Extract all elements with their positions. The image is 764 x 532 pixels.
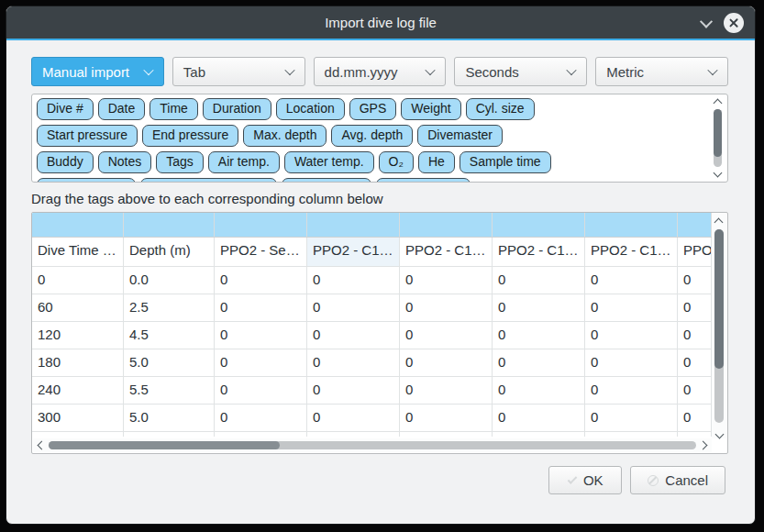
tag-sample-cns[interactable]: Sample CNS: [376, 178, 471, 182]
tag-drop-cell[interactable]: [307, 213, 400, 237]
tag-o[interactable]: O₂: [379, 151, 414, 173]
column-header-ppo2-c1[interactable]: PPO2 - C1…: [585, 238, 678, 266]
tag-sample-po[interactable]: Sample pO₂: [282, 178, 371, 182]
dialog-button-row: OK Cancel: [31, 466, 728, 494]
window-close-button[interactable]: [724, 13, 744, 33]
table-row[interactable]: 00.0000000: [32, 266, 712, 294]
table-cell: 0: [678, 405, 712, 431]
titlebar[interactable]: Import dive log file: [6, 6, 755, 40]
scroll-up-icon[interactable]: [714, 218, 724, 227]
tag-notes[interactable]: Notes: [98, 151, 152, 173]
scrollbar-thumb[interactable]: [49, 441, 280, 449]
tag-drop-cell[interactable]: [678, 213, 712, 237]
column-header-ppo2[interactable]: PPO2: [678, 238, 712, 266]
tag-drop-cell[interactable]: [493, 213, 585, 237]
table-cell: 0: [400, 267, 493, 294]
tag-date[interactable]: Date: [98, 98, 146, 120]
scroll-up-icon[interactable]: [714, 99, 723, 108]
tag-start-pressure[interactable]: Start pressure: [37, 125, 138, 147]
tag-end-pressure[interactable]: End pressure: [142, 125, 238, 147]
column-header-ppo2-c1[interactable]: PPO2 - C1…: [493, 238, 585, 266]
window-shade-chevron-down-icon[interactable]: [700, 15, 713, 28]
tag-time[interactable]: Time: [149, 98, 198, 120]
table-cell: [124, 432, 215, 437]
tag-divemaster[interactable]: Divemaster: [417, 125, 503, 147]
tag-location[interactable]: Location: [276, 98, 345, 120]
table-row[interactable]: 602.5000000: [32, 294, 712, 321]
table-cell: 0: [493, 294, 585, 321]
column-header-ppo2-c1[interactable]: PPO2 - C1…: [400, 238, 493, 266]
tag-dive[interactable]: Dive #: [37, 98, 94, 120]
column-header-depth-m[interactable]: Depth (m): [124, 238, 215, 266]
column-header-ppo2-se[interactable]: PPO2 - Se…: [215, 238, 307, 266]
table-cell: [585, 432, 678, 437]
scroll-right-icon[interactable]: [699, 441, 708, 450]
tag-drop-cell[interactable]: [32, 213, 124, 237]
duration-format-combo[interactable]: Seconds: [454, 57, 587, 86]
combo-value: Manual import: [42, 64, 129, 80]
scrollbar-thumb[interactable]: [714, 109, 722, 157]
tag-drop-cell[interactable]: [585, 213, 678, 237]
chevron-down-icon: [426, 65, 436, 75]
tag-drop-row[interactable]: [32, 213, 712, 238]
tag-air-temp[interactable]: Air temp.: [208, 151, 280, 173]
table-cell: 0: [493, 405, 585, 431]
table-cell: 0: [585, 294, 678, 321]
field-separator-combo[interactable]: Tab: [172, 57, 305, 86]
cancel-button-label: Cancel: [665, 472, 708, 488]
import-source-combo[interactable]: Manual import: [31, 57, 164, 86]
tag-water-temp[interactable]: Water temp.: [284, 151, 374, 173]
tag-sample-depth[interactable]: Sample depth: [37, 178, 136, 182]
scroll-left-icon[interactable]: [38, 441, 47, 450]
table-cell: 0: [215, 377, 307, 404]
tag-sample-temperature[interactable]: Sample temperature: [140, 178, 277, 182]
table-row[interactable]: 1805.0000000: [32, 349, 712, 376]
tags-vertical-scrollbar[interactable]: [711, 95, 725, 181]
tag-avg-depth[interactable]: Avg. depth: [331, 125, 413, 147]
tag-sample-time[interactable]: Sample time: [460, 151, 551, 173]
tag-duration[interactable]: Duration: [203, 98, 271, 120]
tag-max-depth[interactable]: Max. depth: [243, 125, 327, 147]
units-combo[interactable]: Metric: [595, 57, 728, 86]
table-cell: 0: [307, 322, 400, 349]
ok-button[interactable]: OK: [548, 466, 622, 494]
table-vertical-scrollbar[interactable]: [712, 214, 726, 438]
date-format-combo[interactable]: dd.mm.yyyy: [314, 57, 447, 86]
table-cell: [678, 432, 712, 437]
tag-gps[interactable]: GPS: [349, 98, 397, 120]
combo-value: dd.mm.yyyy: [325, 64, 398, 80]
table-row[interactable]: 1204.5000000: [32, 321, 712, 349]
scrollbar-thumb[interactable]: [714, 229, 724, 369]
cancel-button[interactable]: Cancel: [630, 466, 725, 494]
table-cell: 0: [400, 349, 493, 376]
tag-row: Sample depthSample temperatureSample pO₂…: [37, 178, 709, 182]
chevron-down-icon: [707, 65, 717, 75]
table-cell: 0: [678, 377, 712, 404]
column-header-dive-time[interactable]: Dive Time …: [32, 238, 124, 266]
tag-he[interactable]: He: [418, 151, 455, 173]
tag-drop-cell[interactable]: [215, 213, 307, 237]
tag-cyl-size[interactable]: Cyl. size: [466, 98, 535, 120]
column-header-ppo2-c1[interactable]: PPO2 - C1…: [307, 238, 400, 266]
table-cell: 0: [678, 322, 712, 349]
table-main: Dive Time …Depth (m)PPO2 - Se…PPO2 - C1……: [32, 213, 712, 439]
table-cell: 0: [585, 349, 678, 376]
table-cell: [493, 432, 585, 437]
table-body: 00.0000000602.50000001204.50000001805.00…: [32, 266, 712, 431]
tag-tags[interactable]: Tags: [156, 151, 204, 173]
tag-drop-cell[interactable]: [124, 213, 215, 237]
table-cell: 0: [400, 405, 493, 431]
table-row[interactable]: 3005.0000000: [32, 404, 712, 431]
table-cell: 0: [400, 294, 493, 321]
table-row[interactable]: 2405.5000000: [32, 376, 712, 404]
scroll-down-icon[interactable]: [714, 169, 723, 178]
tag-drop-cell[interactable]: [400, 213, 493, 237]
table-horizontal-scrollbar[interactable]: [33, 438, 712, 452]
tag-weight[interactable]: Weight: [401, 98, 460, 120]
tag-buddy[interactable]: Buddy: [37, 151, 94, 173]
table-cell: [400, 432, 493, 437]
table-cell: 0: [307, 377, 400, 404]
import-dive-log-dialog: Import dive log file Manual import Tab d…: [6, 6, 756, 525]
table-cell: 0: [215, 405, 307, 431]
table-cell: 2.5: [124, 294, 215, 321]
